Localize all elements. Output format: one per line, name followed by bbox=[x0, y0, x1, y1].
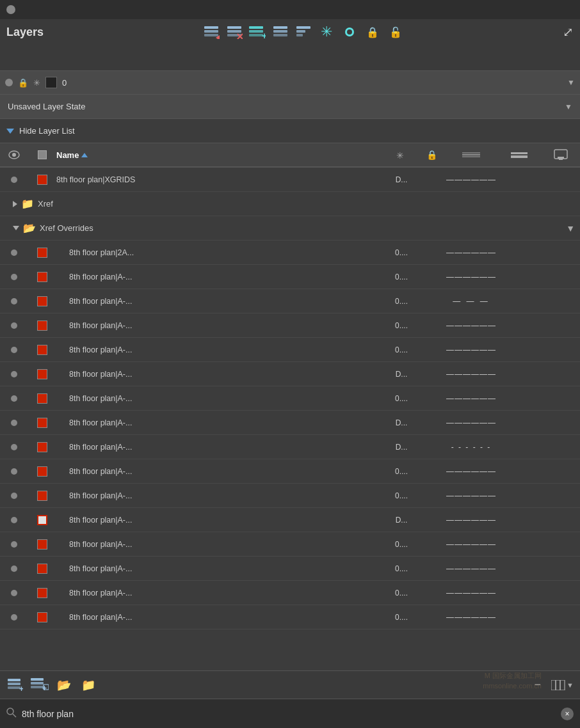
table-row[interactable]: 8th floor plan|A-... D... - - - - - - bbox=[0, 435, 580, 459]
minus-button[interactable]: − bbox=[531, 677, 545, 693]
row-freeze[interactable]: 0.... bbox=[385, 394, 417, 403]
table-row[interactable]: 8th floor plan|A-... 0.... —————— bbox=[0, 313, 580, 338]
open-layer-filter-button[interactable]: 📂 bbox=[55, 676, 73, 694]
row-color[interactable] bbox=[28, 418, 56, 428]
row-color[interactable] bbox=[28, 345, 56, 355]
row-freeze[interactable]: D... bbox=[385, 516, 417, 525]
table-row[interactable]: 8th floor plan|XGRIDS D... —————— bbox=[0, 168, 580, 192]
row-visibility[interactable] bbox=[0, 371, 28, 377]
row-visibility[interactable] bbox=[0, 298, 28, 305]
xref-overrides-row[interactable]: 📂 Xref Overrides ▼ bbox=[0, 216, 580, 241]
new-layer-button[interactable]: + bbox=[6, 676, 24, 694]
table-row[interactable]: 8th floor plan|A-... 0.... —————— bbox=[0, 581, 580, 605]
layer-delete-icon[interactable] bbox=[225, 23, 243, 41]
row-visibility-toggle[interactable] bbox=[0, 177, 28, 183]
freeze-icon[interactable]: ✳ bbox=[318, 23, 335, 41]
table-row[interactable]: 8th floor plan|2A... 0.... —————— bbox=[0, 241, 580, 265]
column-settings-button[interactable]: ▼ bbox=[551, 680, 574, 690]
row-color[interactable] bbox=[28, 564, 56, 574]
row-linetype: —————— bbox=[446, 273, 497, 281]
table-row[interactable]: 8th floor plan|A-... 0.... —————— bbox=[0, 605, 580, 629]
row-visibility[interactable] bbox=[0, 468, 28, 475]
search-clear-button[interactable]: × bbox=[561, 708, 574, 720]
row-color-swatch[interactable] bbox=[28, 175, 56, 185]
row-visibility[interactable] bbox=[0, 566, 28, 572]
table-row[interactable]: 8th floor plan|A-... 0.... — — — bbox=[0, 289, 580, 313]
row-color[interactable] bbox=[28, 612, 56, 622]
new-layer-from-objects-button[interactable]: + bbox=[31, 676, 49, 694]
row-visibility[interactable] bbox=[0, 493, 28, 499]
layer-walk-icon[interactable] bbox=[294, 23, 312, 41]
row-visibility[interactable] bbox=[0, 274, 28, 280]
table-row[interactable]: 8th floor plan|A-... 0.... —————— bbox=[0, 532, 580, 557]
row-color[interactable] bbox=[28, 515, 56, 525]
row-freeze[interactable]: 0.... bbox=[385, 248, 417, 257]
row-color[interactable] bbox=[28, 466, 56, 477]
row-freeze[interactable]: 0.... bbox=[385, 589, 417, 597]
row-visibility[interactable] bbox=[0, 614, 28, 621]
row-freeze[interactable]: 0.... bbox=[385, 613, 417, 622]
row-freeze[interactable]: 0.... bbox=[385, 345, 417, 354]
row-color[interactable] bbox=[28, 320, 56, 331]
row-color[interactable] bbox=[28, 539, 56, 550]
search-icon bbox=[6, 708, 17, 720]
row-visibility[interactable] bbox=[0, 249, 28, 256]
row-visibility[interactable] bbox=[0, 322, 28, 329]
table-row[interactable]: 8th floor plan|A-... 0.... —————— bbox=[0, 338, 580, 362]
table-row[interactable]: 8th floor plan|A-... 0.... —————— bbox=[0, 484, 580, 508]
unlock-icon[interactable]: 🔓 bbox=[387, 23, 405, 41]
thaw-icon[interactable] bbox=[341, 23, 358, 41]
row-visibility[interactable] bbox=[0, 590, 28, 596]
row-freeze[interactable]: 0.... bbox=[385, 467, 417, 476]
row-visibility[interactable] bbox=[0, 517, 28, 523]
filter-icon[interactable]: ▼ bbox=[566, 223, 575, 233]
row-color[interactable] bbox=[28, 369, 56, 379]
lock-icon[interactable]: 🔒 bbox=[364, 23, 382, 41]
table-row[interactable]: 8th floor plan|A-... 0.... —————— bbox=[0, 386, 580, 411]
row-freeze-toggle[interactable]: D... bbox=[385, 175, 417, 184]
col-header-name[interactable]: Name bbox=[56, 150, 385, 160]
table-row[interactable]: 8th floor plan|A-... D... —————— bbox=[0, 508, 580, 532]
row-visibility[interactable] bbox=[0, 395, 28, 402]
row-freeze[interactable]: D... bbox=[385, 418, 417, 427]
row-freeze[interactable]: 0.... bbox=[385, 297, 417, 306]
row-color[interactable] bbox=[28, 272, 56, 282]
row-freeze[interactable]: 0.... bbox=[385, 491, 417, 500]
row-color[interactable] bbox=[28, 296, 56, 306]
row-freeze[interactable]: 0.... bbox=[385, 273, 417, 281]
xref-folder-row[interactable]: 📁 Xref bbox=[0, 192, 580, 216]
row-freeze[interactable]: D... bbox=[385, 370, 417, 379]
table-row[interactable]: 8th floor plan|A-... 0.... —————— bbox=[0, 265, 580, 289]
row-visibility[interactable] bbox=[0, 541, 28, 548]
row-color[interactable] bbox=[28, 393, 56, 404]
row-color[interactable] bbox=[28, 248, 56, 258]
hide-layer-list-row[interactable]: Hide Layer List bbox=[0, 119, 580, 143]
current-layer-swatch[interactable] bbox=[45, 77, 57, 88]
delete-layer-filter-button[interactable]: 📁 bbox=[79, 676, 97, 694]
make-layer-current-icon[interactable] bbox=[202, 23, 220, 41]
row-visibility[interactable] bbox=[0, 444, 28, 450]
row-freeze[interactable]: D... bbox=[385, 443, 417, 452]
exit-icon[interactable]: ⤢ bbox=[563, 24, 574, 40]
table-row[interactable]: 8th floor plan|A-... D... —————— bbox=[0, 362, 580, 386]
layer-state-arrow[interactable]: ▼ bbox=[565, 102, 572, 111]
layer-dropdown-arrow[interactable]: ▼ bbox=[567, 78, 575, 87]
table-row[interactable]: 8th floor plan|A-... 0.... —————— bbox=[0, 459, 580, 484]
table-row[interactable]: 8th floor plan|A-... D... —————— bbox=[0, 411, 580, 435]
search-input[interactable] bbox=[22, 709, 556, 719]
add-layer-icon[interactable]: + bbox=[248, 23, 266, 41]
row-freeze[interactable]: 0.... bbox=[385, 321, 417, 330]
close-button[interactable] bbox=[6, 5, 15, 14]
row-color[interactable] bbox=[28, 588, 56, 598]
row-freeze[interactable]: 0.... bbox=[385, 564, 417, 573]
row-visibility[interactable] bbox=[0, 420, 28, 426]
row-color[interactable] bbox=[28, 442, 56, 452]
layer-set-current-icon[interactable] bbox=[271, 23, 289, 41]
table-row[interactable]: 8th floor plan|A-... 0.... —————— bbox=[0, 557, 580, 581]
row-linetype: —————— bbox=[446, 516, 497, 525]
row-color[interactable] bbox=[28, 491, 56, 501]
layer-state-dropdown[interactable]: Unsaved Layer State ▼ bbox=[0, 95, 580, 119]
row-visibility[interactable] bbox=[0, 347, 28, 353]
svg-rect-4 bbox=[227, 26, 241, 29]
row-freeze[interactable]: 0.... bbox=[385, 540, 417, 549]
